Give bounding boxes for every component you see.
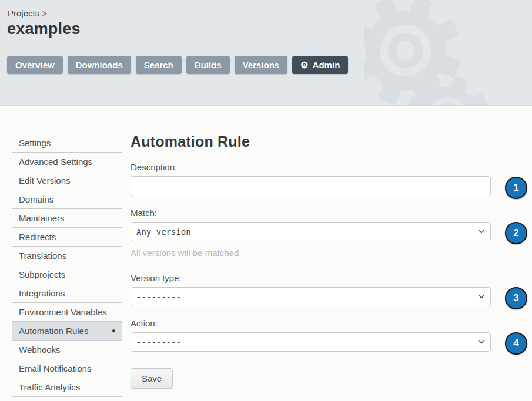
project-header: Projects > examples Overview Downloads S… [0, 0, 532, 106]
tab-builds[interactable]: Builds [186, 56, 230, 74]
tab-overview[interactable]: Overview [7, 56, 63, 74]
action-label: Action: [131, 318, 491, 328]
sidebar-item-subprojects[interactable]: Subprojects [12, 265, 122, 284]
tab-search[interactable]: Search [136, 56, 182, 74]
annotation-badge-4: 4 [505, 332, 527, 355]
match-label: Match: [131, 208, 491, 218]
tab-admin[interactable]: ⚙ Admin [292, 56, 348, 74]
version-type-select[interactable]: --------- [131, 287, 491, 306]
tab-versions[interactable]: Versions [235, 56, 288, 74]
sidebar-item-integrations[interactable]: Integrations [12, 284, 122, 303]
sidebar-item-automation-rules[interactable]: Automation Rules ● [12, 322, 122, 341]
sidebar-item-edit-versions[interactable]: Edit Versions [12, 171, 122, 190]
admin-sidebar: Settings Advanced Settings Edit Versions… [12, 134, 122, 397]
version-type-field-group: Version type: --------- 3 [131, 273, 491, 306]
version-type-label: Version type: [131, 273, 491, 283]
breadcrumb-projects-link[interactable]: Projects [8, 8, 39, 18]
description-field-group: Description: 1 [131, 162, 491, 196]
sidebar-item-maintainers[interactable]: Maintainers [12, 209, 122, 228]
page-title: examples [7, 20, 81, 38]
tab-downloads[interactable]: Downloads [68, 56, 131, 74]
tab-admin-label: Admin [313, 60, 340, 70]
form-title: Automation Rule [131, 133, 491, 150]
save-button[interactable]: Save [131, 368, 173, 389]
gear-icon: ⚙ [300, 60, 308, 69]
annotation-badge-3: 3 [505, 287, 527, 309]
action-select[interactable]: --------- [131, 332, 491, 352]
gears-decoration-icon [364, 0, 532, 106]
automation-rule-form: Automation Rule Description: 1 Match: An… [131, 133, 491, 389]
annotation-badge-1: 1 [505, 177, 527, 199]
action-field-group: Action: --------- 4 [131, 318, 491, 352]
breadcrumb-separator: > [42, 8, 47, 18]
annotation-badge-2: 2 [505, 222, 527, 244]
sidebar-item-environment-variables[interactable]: Environment Variables [12, 303, 122, 322]
description-input[interactable] [131, 176, 491, 196]
sidebar-item-translations[interactable]: Translations [12, 247, 122, 265]
project-tabs: Overview Downloads Search Builds Version… [7, 56, 348, 74]
active-dot-icon: ● [112, 326, 116, 335]
match-help-text: All versions will be matched. [131, 248, 491, 258]
description-label: Description: [131, 162, 491, 172]
sidebar-item-redirects[interactable]: Redirects [12, 228, 122, 247]
sidebar-item-advanced-settings[interactable]: Advanced Settings [12, 153, 122, 171]
sidebar-item-domains[interactable]: Domains [12, 190, 122, 209]
sidebar-item-settings[interactable]: Settings [12, 134, 122, 153]
sidebar-item-email-notifications[interactable]: Email Notifications [12, 359, 122, 378]
breadcrumb: Projects > [8, 8, 47, 18]
match-select[interactable]: Any version [131, 222, 491, 241]
sidebar-item-label: Automation Rules [19, 326, 88, 336]
sidebar-item-webhooks[interactable]: Webhooks [12, 341, 122, 359]
match-field-group: Match: Any version All versions will be … [131, 208, 491, 258]
sidebar-item-traffic-analytics[interactable]: Traffic Analytics [12, 378, 122, 397]
